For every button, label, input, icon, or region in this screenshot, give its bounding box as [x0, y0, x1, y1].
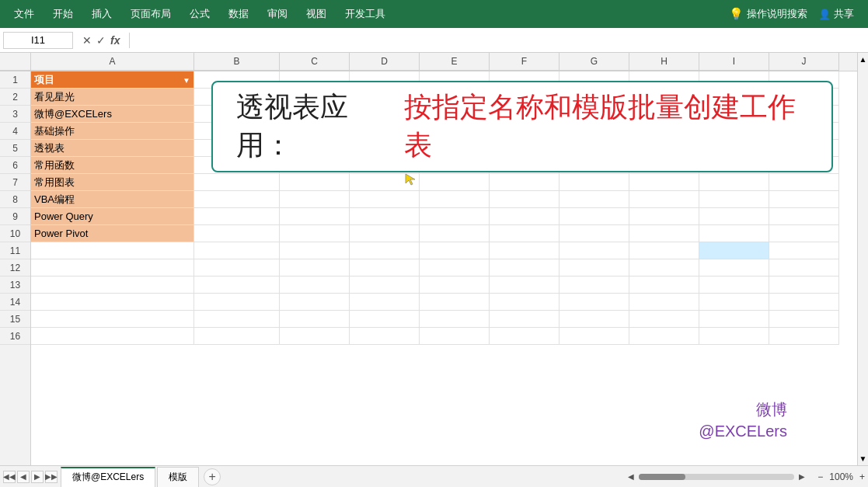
cell-b16[interactable]	[194, 328, 280, 345]
cell-c10[interactable]	[280, 225, 350, 242]
tab-weibo-excelers[interactable]: 微博@EXCELers	[61, 467, 155, 487]
cell-g16[interactable]	[559, 328, 629, 345]
tab-nav-prev[interactable]: ◀	[17, 471, 30, 483]
row-5[interactable]: 5	[0, 140, 30, 157]
cell-b15[interactable]	[194, 311, 280, 328]
cell-b7[interactable]	[194, 174, 280, 191]
cell-j10[interactable]	[769, 225, 839, 242]
cell-d8[interactable]	[350, 191, 420, 208]
cell-f10[interactable]	[490, 225, 559, 242]
cell-e13[interactable]	[420, 277, 490, 294]
row-1[interactable]: 1	[0, 71, 30, 89]
cell-f8[interactable]	[490, 191, 559, 208]
col-header-b[interactable]: B	[194, 53, 280, 71]
cell-f7[interactable]	[490, 174, 559, 191]
tab-template[interactable]: 模版	[157, 467, 199, 487]
cell-d15[interactable]	[350, 311, 420, 328]
cell-d12[interactable]	[350, 259, 420, 277]
row-12[interactable]: 12	[0, 259, 30, 277]
add-sheet-button[interactable]: +	[204, 468, 221, 485]
cell-c8[interactable]	[280, 191, 350, 208]
cell-g14[interactable]	[559, 294, 629, 311]
col-header-d[interactable]: D	[350, 53, 420, 71]
vertical-scrollbar[interactable]: ▲ ▼	[857, 53, 868, 465]
cell-b13[interactable]	[194, 277, 280, 294]
cell-i11[interactable]	[699, 242, 769, 259]
cell-j15[interactable]	[769, 311, 839, 328]
hscroll-left[interactable]: ◀	[625, 471, 637, 482]
cell-b10[interactable]	[194, 225, 280, 242]
row-11[interactable]: 11	[0, 242, 30, 259]
cell-g15[interactable]	[559, 311, 629, 328]
cell-c15[interactable]	[280, 311, 350, 328]
cell-d11[interactable]	[350, 242, 420, 259]
col-header-h[interactable]: H	[629, 53, 699, 71]
menu-review[interactable]: 审阅	[260, 4, 295, 24]
cell-f9[interactable]	[490, 208, 559, 225]
cell-g10[interactable]	[559, 225, 629, 242]
dropdown-icon[interactable]: ▼	[183, 75, 190, 84]
cell-i12[interactable]	[699, 259, 769, 277]
row-15[interactable]: 15	[0, 311, 30, 328]
menu-data[interactable]: 数据	[221, 4, 256, 24]
cell-c11[interactable]	[280, 242, 350, 259]
cell-g11[interactable]	[559, 242, 629, 259]
cell-b9[interactable]	[194, 208, 280, 225]
col-header-g[interactable]: G	[559, 53, 629, 71]
cell-g13[interactable]	[559, 277, 629, 294]
menu-insert[interactable]: 插入	[84, 4, 120, 24]
menu-home[interactable]: 开始	[45, 4, 81, 24]
menu-view[interactable]: 视图	[298, 4, 334, 24]
confirm-icon[interactable]: ✓	[96, 34, 106, 47]
row-10[interactable]: 10	[0, 225, 30, 242]
cell-a6[interactable]: 常用函数	[31, 157, 194, 174]
cell-c12[interactable]	[280, 259, 350, 277]
cell-f15[interactable]	[490, 311, 559, 328]
cell-d10[interactable]	[350, 225, 420, 242]
cell-g12[interactable]	[559, 259, 629, 277]
cell-i7[interactable]	[699, 174, 769, 191]
cell-h11[interactable]	[629, 242, 699, 259]
cell-f13[interactable]	[490, 277, 559, 294]
cancel-icon[interactable]: ✕	[82, 34, 92, 47]
zoom-out-btn[interactable]: −	[817, 471, 823, 482]
cell-j7[interactable]	[769, 174, 839, 191]
cell-a16[interactable]	[31, 328, 194, 345]
cell-e10[interactable]	[420, 225, 490, 242]
cell-a4[interactable]: 基础操作	[31, 123, 194, 140]
cell-g9[interactable]	[559, 208, 629, 225]
cell-c9[interactable]	[280, 208, 350, 225]
cell-e8[interactable]	[420, 191, 490, 208]
cell-c13[interactable]	[280, 277, 350, 294]
cell-d16[interactable]	[350, 328, 420, 345]
cell-h8[interactable]	[629, 191, 699, 208]
search-label[interactable]: 操作说明搜索	[747, 7, 807, 21]
cell-i14[interactable]	[699, 294, 769, 311]
menu-developer[interactable]: 开发工具	[337, 4, 393, 24]
cell-a11[interactable]	[31, 242, 194, 259]
cell-a13[interactable]	[31, 277, 194, 294]
cell-d13[interactable]	[350, 277, 420, 294]
cell-h15[interactable]	[629, 311, 699, 328]
cell-b11[interactable]	[194, 242, 280, 259]
cell-j12[interactable]	[769, 259, 839, 277]
cell-g8[interactable]	[559, 191, 629, 208]
cell-c14[interactable]	[280, 294, 350, 311]
cell-a3[interactable]: 微博@EXCELers	[31, 106, 194, 123]
cell-i10[interactable]	[699, 225, 769, 242]
cell-a14[interactable]	[31, 294, 194, 311]
cell-j16[interactable]	[769, 328, 839, 345]
cell-e12[interactable]	[420, 259, 490, 277]
menu-formula[interactable]: 公式	[182, 4, 218, 24]
cell-a15[interactable]	[31, 311, 194, 328]
hscroll-thumb[interactable]	[639, 474, 685, 480]
cell-a1[interactable]: 项目 ▼	[31, 71, 194, 89]
cell-i9[interactable]	[699, 208, 769, 225]
cell-i13[interactable]	[699, 277, 769, 294]
cell-a5[interactable]: 透视表	[31, 140, 194, 157]
cell-c7[interactable]	[280, 174, 350, 191]
col-header-j[interactable]: J	[769, 53, 839, 71]
cell-h7[interactable]	[629, 174, 699, 191]
cell-d14[interactable]	[350, 294, 420, 311]
cell-h13[interactable]	[629, 277, 699, 294]
